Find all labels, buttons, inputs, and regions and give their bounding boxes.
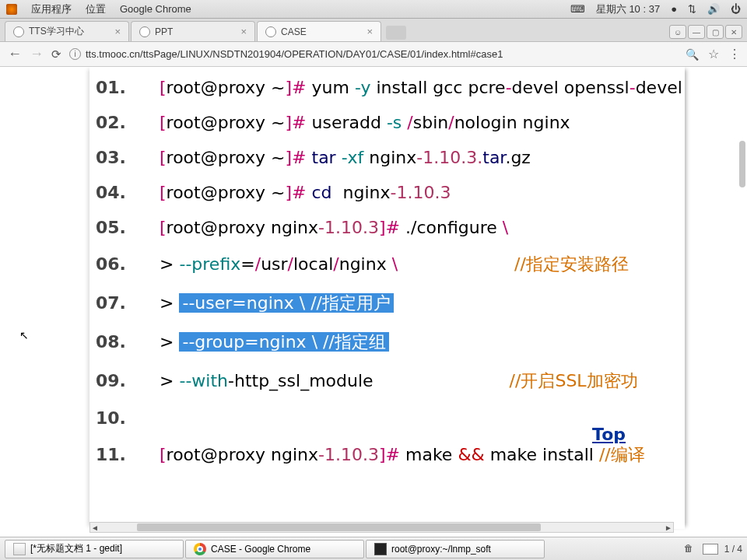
minimize-icon[interactable]: — <box>688 25 705 39</box>
line-number: 05. <box>94 218 160 237</box>
comment: //指定安装路径 <box>514 253 629 276</box>
code-line: 02. [root@proxy ~]# useradd -s /sbin/nol… <box>89 105 685 140</box>
close-window-icon[interactable]: ✕ <box>725 25 742 39</box>
menu-places[interactable]: 位置 <box>86 2 106 16</box>
tab-case[interactable]: CASE × <box>257 21 381 41</box>
tab-label: CASE <box>281 26 307 37</box>
line-number: 08. <box>94 332 160 352</box>
workspace-label: 1 / 4 <box>724 544 742 555</box>
line-number: 06. <box>94 254 160 274</box>
tab-label: PPT <box>155 26 173 37</box>
close-icon[interactable]: × <box>240 26 247 37</box>
site-info-icon[interactable]: i <box>69 48 81 60</box>
comment: //开启SSL加密功 <box>510 369 638 393</box>
bookmark-star-icon[interactable]: ☆ <box>708 47 719 61</box>
volume-icon[interactable]: 🔊 <box>707 3 720 15</box>
scroll-right-icon[interactable]: ► <box>663 523 674 532</box>
close-icon[interactable]: × <box>366 26 373 37</box>
gedit-icon <box>13 543 26 555</box>
reload-button[interactable]: ⟳ <box>51 47 61 61</box>
scrollbar-thumb[interactable] <box>739 141 745 187</box>
clock-dot: ● <box>671 3 677 15</box>
kebab-menu-icon[interactable]: ⋮ <box>728 47 739 61</box>
globe-icon <box>265 26 276 37</box>
code-line-selected[interactable]: 08. > --group=nginx \ //指定组 <box>89 323 685 362</box>
line-number: 01. <box>94 78 160 97</box>
system-menubar: 应用程序 位置 Google Chrome ⌨ 星期六 10 : 37 ● ⇅ … <box>0 0 747 19</box>
distro-icon <box>6 4 17 15</box>
code-line: 05. [root@proxy nginx-1.10.3]# ./configu… <box>89 210 685 245</box>
active-app-name[interactable]: Google Chrome <box>120 3 191 15</box>
code-line: 03. [root@proxy ~]# tar -xf nginx-1.10.3… <box>89 140 685 175</box>
task-label: root@proxy:~/lnmp_soft <box>391 544 491 555</box>
code-line: 04. [root@proxy ~]# cd nginx-1.10.3 <box>89 175 685 210</box>
workspace-icon[interactable] <box>703 544 718 555</box>
line-number: 09. <box>94 371 160 390</box>
task-chrome[interactable]: CASE - Google Chrome <box>185 540 364 558</box>
line-number: 04. <box>94 183 160 202</box>
line-number: 02. <box>94 113 160 132</box>
scrollbar-thumb[interactable] <box>137 523 541 531</box>
line-number: 10. <box>94 408 160 428</box>
keyboard-icon[interactable]: ⌨ <box>570 3 585 15</box>
task-gedit[interactable]: [*无标题文档 1 - gedit] <box>5 540 184 558</box>
scroll-left-icon[interactable]: ◄ <box>89 523 100 532</box>
code-line: 06. > --prefix=/usr/local/nginx \ //指定安装… <box>89 245 685 284</box>
user-icon[interactable]: ☺ <box>669 25 686 39</box>
zoom-icon[interactable]: 🔍 <box>686 48 699 61</box>
code-listing: 01. [root@proxy ~]# yum -y install gcc p… <box>89 67 685 529</box>
clock-text[interactable]: 星期六 10 : 37 <box>596 2 660 16</box>
terminal-icon <box>374 543 387 555</box>
task-label: [*无标题文档 1 - gedit] <box>30 542 122 555</box>
trash-icon[interactable]: 🗑 <box>684 543 696 555</box>
line-number: 03. <box>94 148 160 167</box>
chrome-icon <box>194 543 206 555</box>
tab-tts[interactable]: TTS学习中心 × <box>5 21 129 41</box>
back-button[interactable]: ← <box>8 46 22 62</box>
code-line-selected[interactable]: 07. > --user=nginx \ //指定用户 <box>89 284 685 323</box>
maximize-icon[interactable]: ▢ <box>707 25 724 39</box>
browser-tabstrip: TTS学习中心 × PPT × CASE × ☺ — ▢ ✕ <box>0 19 747 42</box>
page-viewport: 01. [root@proxy ~]# yum -y install gcc p… <box>0 67 747 537</box>
newtab-button[interactable] <box>386 26 406 40</box>
globe-icon <box>139 26 150 37</box>
vertical-scrollbar[interactable] <box>738 67 745 521</box>
line-number: 07. <box>94 293 160 313</box>
taskbar: [*无标题文档 1 - gedit] CASE - Google Chrome … <box>0 537 747 560</box>
code-line: 09. > --with-http_ssl_module //开启SSL加密功 <box>89 362 685 401</box>
tab-label: TTS学习中心 <box>29 25 84 38</box>
url-text: tts.tmooc.cn/ttsPage/LINUX/NSDTN201904/O… <box>86 48 503 60</box>
task-label: CASE - Google Chrome <box>211 544 310 555</box>
forward-button: → <box>30 46 44 62</box>
task-terminal[interactable]: root@proxy:~/lnmp_soft <box>366 540 545 558</box>
browser-toolbar: ← → ⟳ i tts.tmooc.cn/ttsPage/LINUX/NSDTN… <box>0 42 747 67</box>
power-icon[interactable]: ⏻ <box>731 3 741 15</box>
line-number: 11. <box>94 445 160 464</box>
address-bar[interactable]: i tts.tmooc.cn/ttsPage/LINUX/NSDTN201904… <box>69 48 678 60</box>
code-line: 01. [root@proxy ~]# yum -y install gcc p… <box>89 70 685 105</box>
horizontal-scrollbar[interactable]: ◄ ► <box>89 522 674 533</box>
network-icon[interactable]: ⇅ <box>688 3 696 15</box>
menu-applications[interactable]: 应用程序 <box>31 2 72 16</box>
close-icon[interactable]: × <box>114 26 121 37</box>
top-link[interactable]: Top <box>592 425 626 444</box>
globe-icon <box>13 26 24 37</box>
tab-ppt[interactable]: PPT × <box>131 21 255 41</box>
